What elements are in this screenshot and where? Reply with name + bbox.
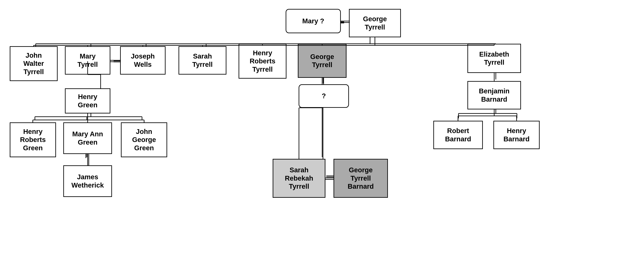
node-george_tyrrell_mid: George Tyrrell — [298, 44, 346, 78]
node-benjamin_barnard: Benjamin Barnard — [468, 81, 521, 109]
node-george_tyrrell_barnard: George Tyrrell Barnard — [334, 159, 388, 198]
node-robert_barnard: Robert Barnard — [433, 121, 483, 149]
node-mary_tyrrell: Mary Tyrrell — [65, 46, 110, 75]
node-henry_barnard: Henry Barnard — [494, 121, 540, 149]
node-henry_roberts_tyrrell: Henry Roberts Tyrrell — [238, 44, 286, 79]
node-elizabeth_tyrrell: Elizabeth Tyrrell — [468, 44, 521, 73]
node-george_tyrrell_top: George Tyrrell — [349, 9, 401, 37]
node-joseph_wells: Joseph Wells — [120, 46, 166, 75]
node-sarah_tyrrell: Sarah Tyrrell — [178, 46, 226, 75]
node-henry_roberts_green: Henry Roberts Green — [10, 122, 56, 157]
node-john_george_green: John George Green — [121, 122, 167, 157]
node-mary_ann_green: Mary Ann Green — [63, 122, 112, 154]
family-tree: Mary ?George TyrrellJohn Walter TyrrellM… — [0, 0, 644, 260]
node-q_mark: ? — [299, 84, 349, 108]
node-john_walter: John Walter Tyrrell — [10, 46, 58, 81]
node-henry_green: Henry Green — [65, 88, 110, 113]
node-james_wetherick: James Wetherick — [63, 165, 112, 197]
node-sarah_rebekah: Sarah Rebekah Tyrrell — [273, 159, 326, 198]
node-mary_q: Mary ? — [286, 9, 341, 33]
